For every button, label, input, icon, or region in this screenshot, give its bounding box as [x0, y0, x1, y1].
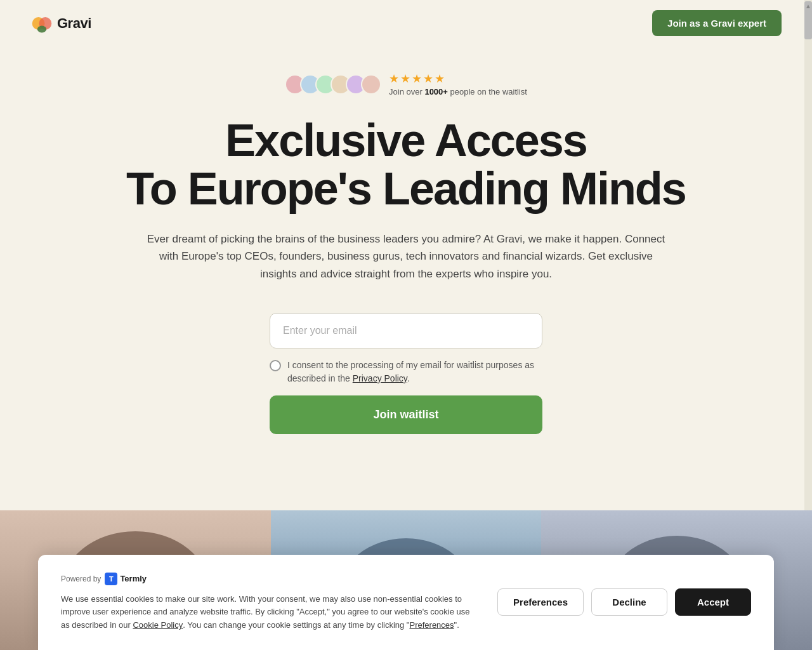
consent-row: I consent to the processing of my email …: [270, 359, 542, 385]
consent-label: I consent to the processing of my email …: [287, 359, 542, 385]
main-description: Ever dreamt of picking the brains of the…: [146, 230, 666, 282]
powered-by: Powered by T Termly: [61, 573, 472, 585]
cookie-content: Powered by T Termly We use essential coo…: [61, 573, 472, 632]
cookie-banner: Powered by T Termly We use essential coo…: [38, 555, 774, 650]
social-proof: ★★★★★ Join over 1000+ people on the wait…: [285, 72, 527, 96]
join-expert-button[interactable]: Join as a Gravi expert: [652, 10, 782, 36]
email-form: I consent to the processing of my email …: [270, 313, 542, 434]
join-waitlist-button[interactable]: Join waitlist: [270, 395, 542, 434]
avatar: [361, 74, 381, 95]
consent-checkbox[interactable]: [270, 360, 281, 371]
termly-logo: T Termly: [105, 573, 147, 585]
main-heading: Exclusive Access To Europe's Leading Min…: [126, 117, 686, 213]
accept-button[interactable]: Accept: [675, 588, 751, 616]
termly-icon: T: [105, 573, 117, 585]
cookie-buttons: Preferences Decline Accept: [497, 588, 751, 616]
header: Gravi Join as a Gravi expert: [0, 0, 812, 46]
termly-name: Termly: [120, 574, 147, 583]
logo-text: Gravi: [57, 15, 91, 32]
preferences-button[interactable]: Preferences: [497, 588, 584, 616]
svg-point-2: [37, 25, 46, 32]
email-input[interactable]: [270, 313, 542, 348]
main-content: ★★★★★ Join over 1000+ people on the wait…: [0, 46, 812, 472]
logo[interactable]: Gravi: [30, 12, 91, 35]
cookie-policy-link[interactable]: Cookie Policy: [133, 620, 183, 630]
waitlist-count: Join over 1000+ people on the waitlist: [389, 87, 527, 96]
scroll-up-arrow[interactable]: ▲: [804, 0, 812, 12]
stars-text: ★★★★★ Join over 1000+ people on the wait…: [389, 72, 527, 96]
logo-icon: [30, 12, 53, 35]
cookie-text: We use essential cookies to make our sit…: [61, 593, 472, 632]
stars-display: ★★★★★: [389, 72, 446, 86]
privacy-policy-link[interactable]: Privacy Policy: [353, 373, 407, 383]
avatar-stack: [285, 74, 381, 95]
decline-button[interactable]: Decline: [591, 588, 667, 616]
preferences-inline-link[interactable]: Preferences: [409, 620, 454, 630]
